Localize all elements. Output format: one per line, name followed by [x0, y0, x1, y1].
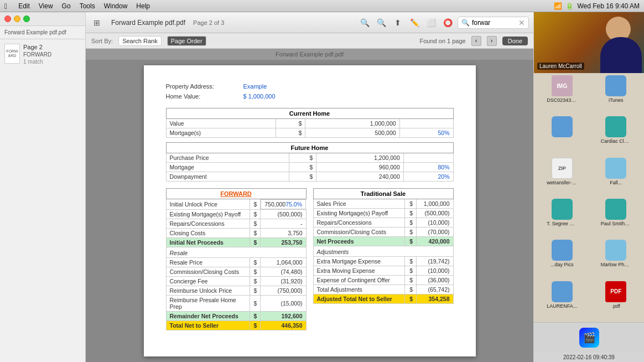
desktop-icon-segree[interactable]: T. Segree Pics — [536, 199, 588, 226]
page-indicator: Page 2 of 3 — [193, 19, 224, 26]
webcam-area: Lauren McCarroll — [534, 12, 644, 73]
pdf-title: Forward Example pdf.pdf — [111, 19, 185, 27]
page-thumbnail: FORWARD — [4, 44, 20, 64]
pdf-viewer: ⊞ Forward Example pdf.pdf Page 2 of 3 🔍 … — [86, 12, 533, 362]
table-row: Initial Unlock Price $ 750,00075.0% — [166, 199, 306, 210]
menu-edit[interactable]: Edit — [18, 2, 30, 10]
page-number: Page 2 — [23, 44, 51, 50]
total-net-label: Total Net to Seller — [166, 321, 250, 330]
sidebar-page-info: Page 2 FORWARD 1 match — [23, 44, 51, 65]
property-address-label: Property Address: — [166, 82, 243, 92]
markup-button[interactable]: ✏️ — [408, 17, 421, 29]
table-row: Purchase Price $ 1,200,000 — [166, 153, 453, 163]
sort-by-rank-button[interactable]: Search Rank — [118, 36, 162, 46]
adj-total-label: Adjusted Total Net to Seller — [313, 294, 405, 304]
next-result-button[interactable]: › — [487, 36, 497, 46]
zoom-in-button[interactable]: 🔍 — [375, 17, 388, 29]
search-options-bar: Sort By: Search Rank Page Order Found on… — [86, 33, 533, 49]
minimize-button[interactable] — [14, 15, 20, 22]
clock: Wed Feb 16 9:40 AM — [577, 2, 640, 10]
current-home-title: Current Home — [166, 108, 453, 119]
table-row: Concierge Fee $ (31,920) — [166, 277, 306, 286]
total-net-row: Total Net to Seller $ 446,350 — [166, 321, 306, 330]
property-address-row: Property Address: Example — [166, 82, 454, 92]
table-row: Mortgage(s) $ 500,000 50% — [166, 128, 453, 138]
close-button[interactable] — [4, 15, 11, 22]
home-value-value: $ 1,000,000 — [243, 92, 276, 102]
pdf-page: Property Address: Example Home Value: $ … — [144, 65, 476, 356]
desktop-area: IMG DSC02343.JPG iTunes Cardiac Clothing… — [534, 73, 644, 322]
resale-label: Resale — [166, 247, 306, 258]
search-bar[interactable]: 🔍 ✕ — [458, 17, 529, 29]
adjustments-label: Adjustments — [313, 246, 453, 257]
redact-button[interactable]: ⭕ — [441, 17, 454, 29]
table-row: Extra Mortgage Expense $ (19,742) — [313, 257, 453, 266]
table-row: Reimburse Presale Home Prep $ (15,000) — [166, 296, 306, 312]
thumbnail-button[interactable]: ⬜ — [424, 17, 438, 29]
dock-item-imovie[interactable]: 🎬 — [579, 328, 599, 348]
table-row: Closing Costs $ 3,750 — [166, 229, 306, 238]
remainder-label: Remainder Net Proceeds — [166, 312, 250, 321]
page-keyword: FORWARD — [23, 51, 51, 58]
mortgage-label: Mortgage(s) — [166, 128, 276, 138]
table-row: Mortgage $ 960,000 80% — [166, 163, 453, 172]
sort-by-label: Sort By: — [91, 38, 113, 44]
traditional-table: Traditional Sale Sales Price $ 1,000,000… — [313, 188, 454, 304]
desktop-icon-dsc[interactable]: IMG DSC02343.JPG — [536, 75, 588, 103]
table-row: Resale Price $ 1,064,000 — [166, 258, 306, 267]
desktop-icon-cardiac[interactable]: Cardiac Clothing Si... — [590, 116, 642, 144]
menu-view[interactable]: View — [39, 2, 53, 10]
webcam-name: Lauren McCarroll — [537, 63, 584, 70]
menu-tools[interactable]: Tools — [80, 2, 95, 10]
traditional-sale-column: Traditional Sale Sales Price $ 1,000,000… — [313, 188, 454, 336]
share-button[interactable]: ⬆ — [391, 17, 404, 29]
menu-window[interactable]: Window — [104, 2, 128, 10]
desktop-icon-zip[interactable]: ZIP wetransfer-32008 — [536, 158, 588, 185]
forward-table: FORWARD Initial Unlock Price $ 750,00075… — [166, 188, 307, 330]
desktop-icon-folder1[interactable] — [536, 116, 588, 138]
done-button[interactable]: Done — [502, 37, 528, 45]
table-row: Existing Mortgage(s) Payoff $ (500,000) — [313, 209, 453, 218]
initial-net-label: Initial Net Proceeds — [166, 238, 250, 247]
resale-header-row: Resale — [166, 247, 306, 258]
sort-by-page-button[interactable]: Page Order — [167, 36, 206, 46]
page-layout-button[interactable]: ⊞ — [90, 17, 103, 29]
desktop-icon-fall[interactable]: Fall... — [590, 158, 642, 185]
clear-search-button[interactable]: ✕ — [518, 18, 525, 27]
table-row: Sales Price $ 1,000,000 — [313, 199, 453, 209]
found-on-pages: Found on 1 page — [420, 38, 466, 44]
desktop-icon-paul[interactable]: Paul Smith Headshots... — [590, 199, 642, 226]
desktop-icon-itunes[interactable]: iTunes — [590, 75, 642, 103]
desktop-icon-lauren[interactable]: LAURENFA... — [536, 281, 588, 309]
desktop-icon-daypics[interactable]: ...day Pics — [536, 240, 588, 267]
menu-help[interactable]: Help — [136, 2, 150, 10]
search-icon: 🔍 — [461, 19, 470, 27]
initial-net-proceeds-row: Initial Net Proceeds $ 253,750 — [166, 238, 306, 247]
desktop-icon-pdf[interactable]: PDF .pdf — [590, 281, 642, 309]
search-input[interactable] — [472, 19, 516, 27]
window-area: Forward Example pdf.pdf FORWARD Page 2 F… — [0, 12, 644, 362]
pdf-page-content: Property Address: Example Home Value: $ … — [86, 60, 533, 362]
table-row: Reimburse Unlock Price $ (750,000) — [166, 286, 306, 296]
table-row: Expense of Contingent Offer $ (36,000) — [313, 276, 453, 285]
desktop-icon-marlow[interactable]: Marlow Photogr...by '18 — [590, 240, 642, 267]
sidebar-item[interactable]: FORWARD Page 2 FORWARD 1 match — [0, 39, 85, 69]
property-address-value: Example — [243, 82, 267, 92]
table-row: Commission/Closing Costs $ (74,480) — [166, 267, 306, 277]
prev-result-button[interactable]: ‹ — [471, 36, 481, 46]
menu-go[interactable]: Go — [62, 2, 71, 10]
trad-title: Traditional Sale — [313, 189, 453, 199]
comparison-section: FORWARD Initial Unlock Price $ 750,00075… — [166, 188, 454, 336]
remainder-row: Remainder Net Proceeds $ 192,600 — [166, 312, 306, 321]
future-home-table: Future Home Purchase Price $ 1,200,000 M… — [166, 142, 454, 182]
value-label: Value — [166, 119, 276, 128]
table-row: Repairs/Concessions $ - — [166, 219, 306, 229]
pdf-toolbar: ⊞ Forward Example pdf.pdf Page 2 of 3 🔍 … — [86, 12, 533, 33]
menubar:  Edit View Go Tools Window Help 📶 🔋 Wed… — [0, 0, 644, 12]
zoom-out-button[interactable]: 🔍 — [358, 17, 371, 29]
forward-title: FORWARD — [166, 189, 306, 199]
battery-icon: 🔋 — [565, 2, 574, 10]
table-row: Repairs/Concessions $ (10,000) — [313, 218, 453, 227]
apple-menu[interactable]:  — [4, 2, 7, 11]
maximize-button[interactable] — [23, 15, 30, 22]
